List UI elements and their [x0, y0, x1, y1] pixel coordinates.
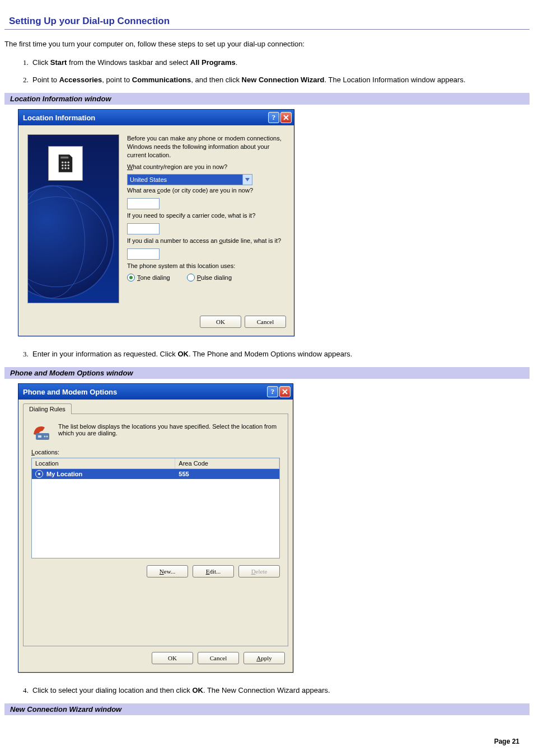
caption-new-connection: New Connection Wizard window: [4, 703, 530, 715]
svg-point-8: [64, 167, 67, 170]
locations-table[interactable]: Location Area Code My Location 555: [31, 458, 280, 558]
svg-rect-0: [60, 157, 68, 159]
new-button[interactable]: New...: [147, 565, 188, 577]
step-3: Enter in your information as requested. …: [30, 350, 530, 358]
steps-list-continued-2: Click to select your dialing location an…: [4, 686, 530, 694]
svg-point-6: [68, 165, 70, 167]
pm-titlebar: Phone and Modem Options ?: [18, 384, 293, 400]
close-button[interactable]: [279, 386, 291, 397]
chevron-down-icon[interactable]: [242, 175, 252, 185]
svg-rect-11: [38, 435, 41, 438]
close-button[interactable]: [280, 112, 292, 123]
phone-modem-icon: [31, 423, 51, 443]
page-footer: Page 21: [4, 738, 530, 745]
svg-point-4: [62, 165, 64, 167]
steps-list: Click Start from the Windows taskbar and…: [4, 58, 530, 84]
caption-location-info: Location Information window: [4, 93, 530, 105]
svg-point-9: [68, 167, 70, 170]
delete-button[interactable]: Delete: [238, 565, 280, 577]
location-row-icon: [35, 470, 43, 478]
row-location: My Location: [46, 471, 82, 477]
svg-point-13: [46, 436, 48, 438]
location-title-text: Location Information: [23, 114, 267, 122]
th-location[interactable]: Location: [32, 458, 175, 469]
step-1-text: Click: [32, 58, 50, 67]
phone-modem-dialog: Phone and Modem Options ? Dialing Rules …: [18, 383, 293, 673]
horizontal-rule: [4, 29, 530, 30]
intro-text: The first time you turn your computer on…: [4, 40, 530, 48]
svg-point-3: [68, 162, 70, 164]
tone-radio-option[interactable]: Tone dialing: [127, 274, 170, 281]
step-4: Click to select your dialing location an…: [30, 686, 530, 694]
locations-label: Locations:: [31, 449, 280, 456]
close-icon: [282, 389, 288, 395]
apply-button[interactable]: Apply: [243, 652, 285, 664]
country-value: United States: [128, 176, 242, 183]
radio-icon: [127, 274, 135, 281]
svg-point-2: [64, 162, 67, 164]
outside-label: If you dial a number to access an outsid…: [127, 237, 285, 245]
step-2: Point to Accessories, point to Communica…: [30, 76, 530, 84]
svg-point-7: [62, 167, 64, 170]
phone-icon: [48, 146, 83, 181]
location-intro: Before you can make any phone or modem c…: [127, 134, 285, 159]
step-1: Click Start from the Windows taskbar and…: [30, 58, 530, 67]
step-1-bold-start: Start: [50, 58, 67, 67]
ok-button[interactable]: OK: [152, 652, 193, 664]
caption-phone-modem: Phone and Modem Options window: [4, 367, 530, 379]
country-select[interactable]: United States: [127, 174, 252, 185]
carrier-label: If you need to specify a carrier code, w…: [127, 212, 285, 220]
svg-point-1: [62, 162, 64, 164]
outside-input[interactable]: [127, 248, 160, 260]
steps-list-continued-1: Enter in your information as requested. …: [4, 350, 530, 358]
help-button[interactable]: ?: [267, 386, 278, 397]
country-label: What country/region are you in now?: [127, 163, 285, 171]
close-icon: [283, 115, 289, 120]
radio-icon: [187, 274, 195, 281]
pm-title-text: Phone and Modem Options: [23, 388, 266, 396]
cancel-button[interactable]: Cancel: [245, 316, 286, 328]
step-1-bold-allprograms: All Programs: [190, 58, 236, 67]
carrier-input[interactable]: [127, 223, 160, 234]
table-row[interactable]: My Location 555: [32, 469, 279, 479]
pulse-radio-option[interactable]: Pulse dialing: [187, 274, 232, 281]
cancel-button[interactable]: Cancel: [198, 652, 239, 664]
help-button[interactable]: ?: [268, 112, 279, 123]
svg-point-12: [44, 436, 46, 438]
page-title: Setting Up your Dial-up Connection: [9, 16, 530, 27]
phone-system-label: The phone system at this location uses:: [127, 262, 285, 270]
th-areacode[interactable]: Area Code: [175, 458, 279, 469]
location-titlebar: Location Information ?: [18, 110, 294, 125]
tab-dialing-rules[interactable]: Dialing Rules: [23, 403, 72, 414]
areacode-label: What area code (or city code) are you in…: [127, 186, 285, 195]
location-info-dialog: Location Information ? Before you can ma…: [18, 109, 294, 336]
row-areacode: 555: [179, 471, 189, 477]
edit-button[interactable]: Edit...: [193, 565, 234, 577]
location-fields: Before you can make any phone or modem c…: [127, 134, 285, 303]
areacode-input[interactable]: [127, 198, 160, 209]
pm-description: The list below displays the locations yo…: [58, 423, 280, 443]
svg-point-5: [64, 165, 67, 167]
location-artwork: [27, 134, 119, 303]
ok-button[interactable]: OK: [200, 316, 241, 328]
